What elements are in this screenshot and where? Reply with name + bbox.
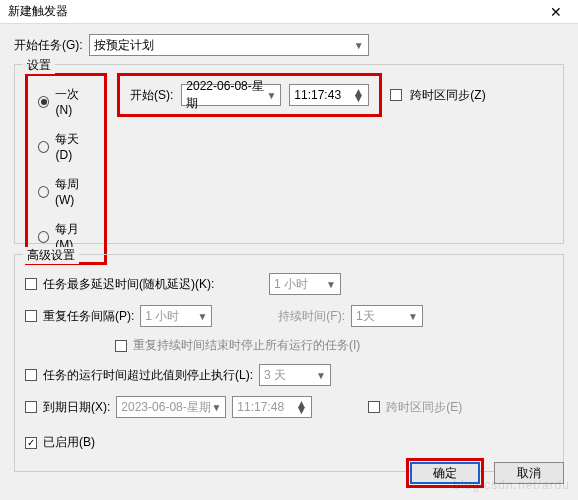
chevron-down-icon: ▼ xyxy=(408,311,418,322)
chevron-down-icon: ▼ xyxy=(266,90,276,101)
cancel-button[interactable]: 取消 xyxy=(494,462,564,484)
enabled-checkbox[interactable] xyxy=(25,437,37,449)
ok-button[interactable]: 确定 xyxy=(410,462,480,484)
settings-fieldset: 设置 一次(N) 每天(D) 每周(W) 每月(M) 开始(S): 2022-0… xyxy=(14,64,564,244)
start-date-input[interactable]: 2022-06-08-星期 ▼ xyxy=(181,84,281,106)
advanced-fieldset: 高级设置 任务最多延迟时间(随机延迟)(K): 1 小时▼ 重复任务间隔(P):… xyxy=(14,254,564,472)
enabled-label: 已启用(B) xyxy=(43,434,95,451)
expire-tz-checkbox xyxy=(368,401,380,413)
start-time-input[interactable]: 11:17:43 ▲▼ xyxy=(289,84,369,106)
stop-after-combo[interactable]: 3 天▼ xyxy=(259,364,331,386)
titlebar: 新建触发器 ✕ xyxy=(0,0,578,24)
begin-task-select[interactable]: 按预定计划 ▼ xyxy=(89,34,369,56)
chevron-down-icon: ▼ xyxy=(197,311,207,322)
stop-after-label: 任务的运行时间超过此值则停止执行(L): xyxy=(43,367,253,384)
start-datetime-group: 开始(S): 2022-06-08-星期 ▼ 11:17:43 ▲▼ xyxy=(117,73,382,117)
max-delay-checkbox[interactable] xyxy=(25,278,37,290)
chevron-down-icon: ▼ xyxy=(211,402,221,413)
expire-date-input[interactable]: 2023-06-08-星期▼ xyxy=(116,396,226,418)
expire-label: 到期日期(X): xyxy=(43,399,110,416)
expire-time-input[interactable]: 11:17:48▲▼ xyxy=(232,396,312,418)
spinner-icon[interactable]: ▲▼ xyxy=(352,89,364,101)
window-title: 新建触发器 xyxy=(8,3,68,20)
duration-combo[interactable]: 1天▼ xyxy=(351,305,423,327)
repeat-label: 重复任务间隔(P): xyxy=(43,308,134,325)
begin-task-value: 按预定计划 xyxy=(94,37,154,54)
expire-tz-label: 跨时区同步(E) xyxy=(386,399,462,416)
chevron-down-icon: ▼ xyxy=(326,279,336,290)
spinner-icon: ▲▼ xyxy=(295,401,307,413)
stop-all-label: 重复持续时间结束时停止所有运行的任务(I) xyxy=(133,337,360,354)
radio-weekly[interactable]: 每周(W) xyxy=(38,176,94,207)
close-icon[interactable]: ✕ xyxy=(538,4,574,20)
repeat-checkbox[interactable] xyxy=(25,310,37,322)
settings-legend: 设置 xyxy=(23,57,55,74)
expire-checkbox[interactable] xyxy=(25,401,37,413)
duration-label: 持续时间(F): xyxy=(278,308,345,325)
stop-all-checkbox xyxy=(115,340,127,352)
stop-after-checkbox[interactable] xyxy=(25,369,37,381)
chevron-down-icon: ▼ xyxy=(316,370,326,381)
chevron-down-icon: ▼ xyxy=(354,40,364,51)
tz-sync-checkbox[interactable] xyxy=(390,89,402,101)
radio-daily[interactable]: 每天(D) xyxy=(38,131,94,162)
advanced-legend: 高级设置 xyxy=(23,247,79,264)
begin-task-label: 开始任务(G): xyxy=(14,37,83,54)
radio-once[interactable]: 一次(N) xyxy=(38,86,94,117)
repeat-interval-combo[interactable]: 1 小时▼ xyxy=(140,305,212,327)
ok-button-highlight: 确定 xyxy=(406,458,484,488)
max-delay-combo[interactable]: 1 小时▼ xyxy=(269,273,341,295)
frequency-radio-group: 一次(N) 每天(D) 每周(W) 每月(M) xyxy=(25,73,107,265)
start-label: 开始(S): xyxy=(130,87,173,104)
tz-sync-label: 跨时区同步(Z) xyxy=(410,87,485,104)
max-delay-label: 任务最多延迟时间(随机延迟)(K): xyxy=(43,276,263,293)
